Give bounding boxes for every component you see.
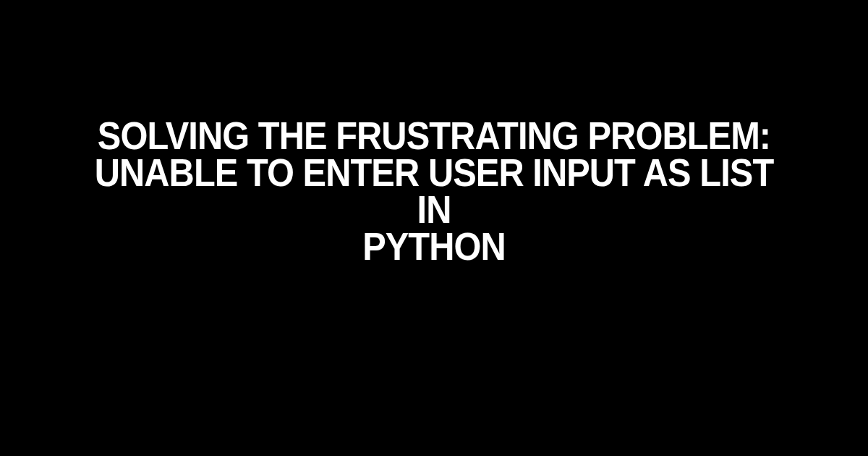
headline-line-1: SOLVING THE FRUSTRATING PROBLEM: bbox=[75, 118, 793, 155]
headline-line-3: PYTHON bbox=[75, 229, 793, 266]
headline-text: SOLVING THE FRUSTRATING PROBLEM: UNABLE … bbox=[35, 118, 833, 266]
headline-line-2: UNABLE TO ENTER USER INPUT AS LIST IN bbox=[75, 155, 793, 229]
